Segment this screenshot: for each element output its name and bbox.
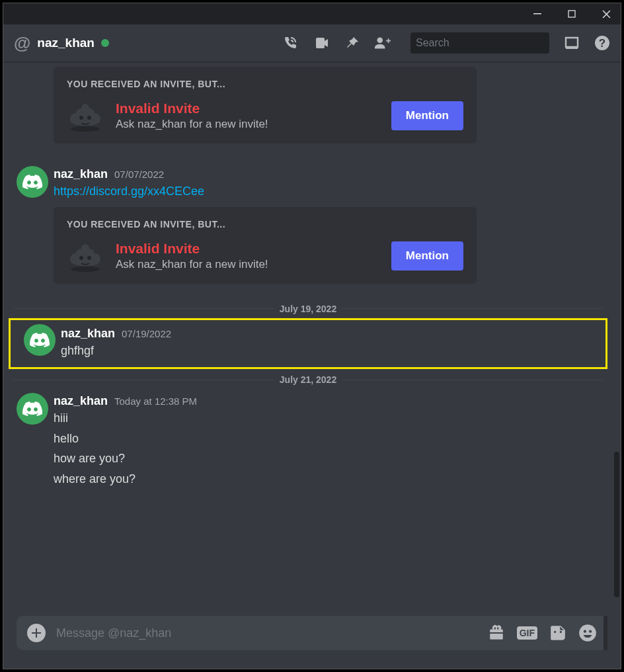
message-author[interactable]: naz_khan xyxy=(54,394,108,408)
emoji-button[interactable] xyxy=(578,624,597,642)
message-list: YOU RECEIVED AN INVITE, BUT... Invalid I… xyxy=(3,62,613,616)
composer-area: GIF xyxy=(3,616,621,669)
sticker-button[interactable] xyxy=(549,624,566,642)
scrollbar-thumb[interactable] xyxy=(614,452,619,597)
poop-icon xyxy=(67,240,104,272)
highlighted-message: naz_khan 07/19/2022 ghfhgf xyxy=(9,318,607,370)
channel-name: naz_khan xyxy=(37,36,95,50)
message-timestamp: Today at 12:38 PM xyxy=(114,396,197,407)
search-input[interactable] xyxy=(416,37,548,49)
at-icon: @ xyxy=(14,33,30,54)
message-item: naz_khan 07/19/2022 ghfhgf xyxy=(11,320,600,368)
svg-point-7 xyxy=(87,116,91,120)
svg-point-10 xyxy=(87,256,91,260)
message-text: where are you? xyxy=(54,469,602,489)
channel-header: @ naz_khan ? xyxy=(3,24,621,62)
scrollbar-track[interactable] xyxy=(613,62,621,616)
date-divider-label: July 19, 2022 xyxy=(274,304,342,314)
invite-ask-text: Ask naz_khan for a new invite! xyxy=(116,258,379,271)
date-divider-label: July 21, 2022 xyxy=(274,374,342,385)
message-input[interactable] xyxy=(56,626,477,640)
invite-ask-text: Ask naz_khan for a new invite! xyxy=(116,118,379,131)
invite-invalid-label: Invalid Invite xyxy=(116,241,379,257)
svg-rect-1 xyxy=(568,11,575,17)
svg-point-8 xyxy=(71,267,100,272)
avatar[interactable] xyxy=(24,324,56,356)
voice-call-button[interactable] xyxy=(284,35,299,51)
gift-button[interactable] xyxy=(488,624,505,642)
app-window: @ naz_khan ? xyxy=(3,3,621,669)
add-friend-button[interactable] xyxy=(375,35,391,51)
window-minimize-button[interactable] xyxy=(528,5,547,23)
message-link[interactable]: https://discord.gg/xx4CECee xyxy=(54,181,602,202)
message-author[interactable]: naz_khan xyxy=(61,327,115,341)
message-composer[interactable]: GIF xyxy=(17,616,607,650)
poop-icon xyxy=(67,100,104,132)
svg-point-13 xyxy=(589,630,592,633)
svg-point-11 xyxy=(579,624,596,642)
message-item: YOU RECEIVED AN INVITE, BUT... Invalid I… xyxy=(3,67,613,145)
avatar[interactable] xyxy=(17,393,48,425)
mention-button[interactable]: Mention xyxy=(391,241,463,271)
svg-point-5 xyxy=(71,126,100,132)
inbox-button[interactable] xyxy=(564,35,580,51)
gif-label: GIF xyxy=(517,626,537,640)
chat-content: YOU RECEIVED AN INVITE, BUT... Invalid I… xyxy=(3,62,621,616)
invite-embed: YOU RECEIVED AN INVITE, BUT... Invalid I… xyxy=(54,207,477,284)
video-call-button[interactable] xyxy=(314,35,330,51)
message-author[interactable]: naz_khan xyxy=(54,167,108,181)
status-online-icon xyxy=(101,39,109,47)
search-box[interactable] xyxy=(410,32,549,54)
svg-point-12 xyxy=(584,630,586,633)
window-titlebar xyxy=(3,3,621,24)
invite-embed: YOU RECEIVED AN INVITE, BUT... Invalid I… xyxy=(54,67,477,144)
invite-title: YOU RECEIVED AN INVITE, BUT... xyxy=(67,79,463,89)
message-timestamp: 07/19/2022 xyxy=(122,328,171,339)
composer-scrollbar[interactable] xyxy=(604,616,607,650)
invite-invalid-label: Invalid Invite xyxy=(116,101,379,116)
message-item: naz_khan 07/07/2022 https://discord.gg/x… xyxy=(3,162,613,285)
date-divider: July 21, 2022 xyxy=(14,374,602,385)
message-text: how are you? xyxy=(54,448,602,469)
avatar[interactable] xyxy=(17,166,48,198)
date-divider: July 19, 2022 xyxy=(14,304,602,314)
pinned-messages-button[interactable] xyxy=(344,35,360,51)
window-close-button[interactable] xyxy=(597,5,615,23)
svg-point-6 xyxy=(79,116,83,120)
message-text: hiii xyxy=(54,408,602,429)
gif-button[interactable]: GIF xyxy=(517,626,537,640)
svg-point-9 xyxy=(79,256,83,260)
invite-title: YOU RECEIVED AN INVITE, BUT... xyxy=(67,219,463,230)
window-maximize-button[interactable] xyxy=(563,5,581,23)
message-item: naz_khan Today at 12:38 PM hiii hello ho… xyxy=(3,389,613,490)
svg-text:?: ? xyxy=(599,37,605,50)
mention-button[interactable]: Mention xyxy=(391,101,463,130)
message-timestamp: 07/07/2022 xyxy=(114,169,164,180)
svg-rect-2 xyxy=(566,46,578,49)
svg-rect-0 xyxy=(533,13,541,15)
help-button[interactable]: ? xyxy=(594,35,610,51)
attach-button[interactable] xyxy=(27,624,46,642)
message-text: ghfhgf xyxy=(61,341,590,361)
message-text: hello xyxy=(54,429,602,449)
